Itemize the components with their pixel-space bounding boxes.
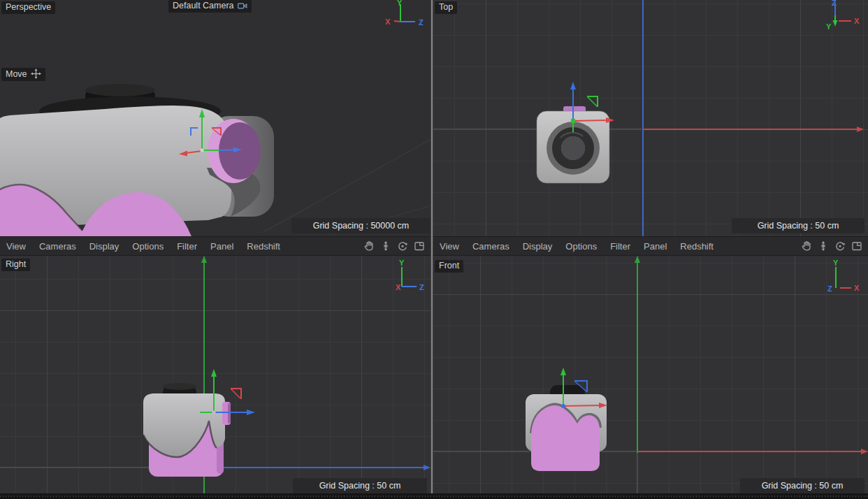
camera-swap-icon[interactable] [238, 2, 247, 10]
active-tool-label: Move [1, 68, 45, 81]
perspective-grid-line [263, 131, 431, 233]
axis-gizmo-perspective: Y X Z [382, 0, 428, 34]
svg-text:Z: Z [419, 283, 424, 291]
single-view-toggle-icon[interactable] [850, 240, 864, 252]
world-axis-y [637, 260, 638, 453]
hand-icon[interactable] [362, 240, 376, 252]
svg-text:Y: Y [833, 259, 839, 267]
move-gizmo[interactable] [168, 89, 248, 159]
viewport-menubar-right: View Cameras Display Options Filter Pane… [433, 236, 868, 256]
grid-spacing-label: Grid Spacing : 50000 cm [291, 218, 431, 233]
axis-gizmo-top: Z Y X [815, 0, 861, 34]
menu-item-cameras[interactable]: Cameras [472, 241, 509, 252]
svg-text:Y: Y [399, 259, 405, 267]
world-axis-x-arrow [857, 126, 864, 132]
menu-items: View Cameras Display Options Filter Pane… [0, 241, 362, 252]
camera-object-right[interactable] [138, 363, 268, 482]
orbit-rotate-icon[interactable] [833, 240, 847, 252]
menu-item-panel[interactable]: Panel [210, 241, 233, 252]
grid-spacing-label: Grid Spacing : 50 cm [293, 478, 427, 493]
viewport-top[interactable]: Top Z Y X Grid Spacing : 50 cm [433, 0, 868, 236]
world-axis-z [642, 0, 644, 236]
world-axis-y-arrow [635, 256, 640, 263]
svg-text:Z: Z [419, 18, 424, 27]
viewport-label: Right [1, 259, 30, 271]
menu-item-options[interactable]: Options [565, 241, 597, 252]
menu-item-view[interactable]: View [440, 241, 459, 252]
world-axis-y-arrow [201, 256, 207, 263]
menu-item-display[interactable]: Display [89, 241, 120, 252]
menu-item-view[interactable]: View [6, 241, 26, 252]
viewport-right[interactable]: Right Y X Z Grid Spacing : 50 cm [0, 256, 431, 493]
svg-text:Y: Y [397, 0, 403, 7]
svg-text:X: X [385, 17, 391, 26]
camera-object-front[interactable] [523, 365, 617, 480]
menu-items: View Cameras Display Options Filter Pane… [433, 241, 800, 252]
dolly-zoom-icon[interactable] [379, 240, 393, 252]
hand-icon[interactable] [800, 240, 813, 252]
menu-item-options[interactable]: Options [132, 241, 164, 252]
timeline-edge-strip [0, 493, 868, 499]
grid-spacing-label: Grid Spacing : 50 cm [740, 478, 865, 493]
menu-item-filter[interactable]: Filter [177, 241, 197, 252]
viewport-label: Top [435, 1, 457, 14]
world-axis-x-arrow [861, 449, 868, 454]
active-camera-label[interactable]: Default Camera [168, 0, 252, 13]
menu-item-filter[interactable]: Filter [610, 241, 630, 252]
world-axis-x [637, 451, 861, 452]
menu-item-redshift[interactable]: Redshift [680, 241, 714, 252]
dolly-zoom-icon[interactable] [816, 240, 830, 252]
menu-item-redshift[interactable]: Redshift [247, 241, 280, 252]
viewport-divider[interactable] [431, 0, 433, 493]
move-cross-icon [31, 68, 41, 79]
camera-object-top[interactable] [531, 80, 636, 185]
viewport-menubar-left: View Cameras Display Options Filter Pane… [0, 236, 431, 256]
menu-item-cameras[interactable]: Cameras [39, 241, 76, 252]
viewport-perspective[interactable]: Perspective Default Camera Move Y X Z Gr… [0, 0, 431, 236]
svg-text:X: X [854, 17, 860, 25]
svg-text:X: X [854, 284, 860, 292]
menu-item-display[interactable]: Display [523, 241, 553, 252]
orbit-rotate-icon[interactable] [396, 240, 410, 252]
grid-spacing-label: Grid Spacing : 50 cm [732, 218, 865, 233]
menu-item-panel[interactable]: Panel [644, 241, 667, 252]
axis-gizmo-right: Y X Z [382, 257, 428, 294]
viewport-label: Front [435, 260, 463, 273]
viewport-label: Perspective [1, 1, 55, 14]
svg-text:Y: Y [826, 22, 832, 31]
svg-text:Z: Z [827, 284, 832, 293]
axis-gizmo-front: Y Z X [815, 257, 861, 294]
viewport-front[interactable]: Front Y Z X Grid Spacing : 50 cm [433, 256, 868, 493]
single-view-toggle-icon[interactable] [412, 240, 426, 252]
svg-text:X: X [396, 283, 401, 291]
world-axis-x [643, 129, 857, 130]
svg-text:Z: Z [832, 0, 837, 7]
world-axis-z-arrow [424, 465, 431, 470]
world-axis-negative-y [637, 453, 637, 493]
c4d-quad-viewport: { "menu": { "items": ["View", "Cameras",… [0, 0, 868, 499]
